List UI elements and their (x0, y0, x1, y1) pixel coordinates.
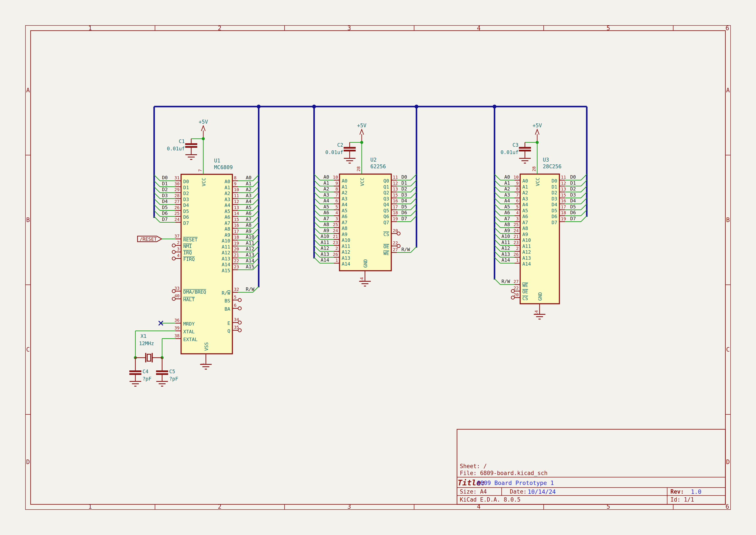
net-label: D4 (570, 198, 576, 204)
sheet-id: Id: 1/1 (670, 496, 694, 503)
pin-name: A6 (342, 214, 347, 219)
schematic-canvas[interactable]: 112233445566AABBCCDD Sheet: / File: 6809… (0, 0, 756, 535)
pin-number: 10 (513, 175, 519, 180)
capacitor-c1[interactable]: C10.01uf (167, 138, 203, 159)
power-arrow (535, 129, 539, 135)
pin-number: 5 (234, 295, 236, 300)
net-label: D7 (162, 216, 168, 222)
pin-name: HALT (183, 297, 195, 302)
frame-column-label: 6 (726, 503, 729, 510)
title-block-border (457, 429, 725, 504)
net-label: A7 (246, 216, 252, 222)
junction-dot (257, 105, 261, 108)
power-flag-5v[interactable]: +5V (199, 119, 208, 139)
pin-number: 5 (336, 204, 338, 210)
pin-name: A12 (222, 250, 230, 255)
pin-number: 18 (393, 210, 398, 215)
crystal-x1[interactable]: X112MHz (135, 333, 162, 362)
bus-entry (314, 216, 320, 222)
pin-name: DMA/BREQ (183, 289, 206, 295)
pin-number: 29 (175, 187, 179, 192)
net-label: A12 (321, 245, 329, 251)
pin-name: D5 (552, 208, 557, 213)
pin-number: 28 (531, 166, 537, 172)
pin-name: D1 (552, 184, 557, 190)
pin-number: 14 (234, 211, 239, 216)
pin-number: 7 (516, 192, 519, 198)
pin-number: 23 (234, 264, 239, 269)
net-label: D0 (162, 175, 168, 180)
power-flag-5v[interactable]: +5V (357, 123, 366, 142)
pin-number: 2 (336, 246, 338, 251)
bus-entry (154, 205, 160, 211)
pin-number: 25 (333, 222, 338, 227)
pin-number: 27 (393, 247, 398, 252)
pin-name: A11 (342, 243, 350, 249)
unconnected-pin-marker (238, 329, 241, 332)
pin-number: 24 (333, 228, 338, 233)
bus-entry (154, 211, 160, 216)
pin-name: MRDY (183, 321, 195, 326)
bus-entry (411, 204, 417, 210)
pin-name: CS (384, 232, 389, 237)
cap-reference: C4 (143, 369, 148, 374)
pin-name: CS (522, 296, 528, 301)
net-label: A12 (246, 246, 255, 252)
bus-entry (411, 198, 417, 204)
pin-name: A9 (225, 232, 230, 238)
bus-entry (495, 234, 500, 239)
net-label: A11 (501, 240, 510, 245)
frame-row-label: A (26, 87, 30, 94)
junction-dot (312, 105, 316, 108)
cap-reference: C2 (337, 142, 343, 148)
capacitor-c4[interactable]: C4?pF (129, 358, 151, 386)
pin-name: A7 (522, 220, 528, 225)
pin-number: 17 (561, 204, 566, 210)
global-label-reset[interactable]: /RESET (138, 236, 162, 242)
capacitor-c2[interactable]: C20.01uf (325, 142, 362, 163)
net-label: D0 (570, 174, 576, 180)
title-block: Sheet: / File: 6809-board.kicad_sch Titl… (457, 429, 725, 504)
power-flag-5v[interactable]: +5V (532, 123, 542, 142)
pin-name: A5 (342, 208, 347, 213)
pin-name: D3 (183, 197, 189, 202)
bus-entry (253, 193, 259, 199)
date-label: Date: (510, 489, 526, 495)
pin-name: Q2 (384, 190, 389, 195)
pin-number: 21 (513, 234, 519, 239)
bus-entry (411, 174, 417, 180)
pin-name: A14 (222, 262, 230, 267)
net-label: A15 (246, 264, 255, 269)
net-label: A3 (324, 192, 329, 198)
pin-number: 28 (175, 193, 179, 198)
capacitor-c5[interactable]: C5?pF (156, 358, 178, 386)
net-label: D0 (401, 174, 407, 180)
bus-entry (314, 240, 320, 245)
bus-entry (411, 210, 417, 216)
capacitor-c3[interactable]: C30.01uf (500, 142, 537, 163)
pin-name: A14 (522, 261, 531, 267)
bus-entry (495, 192, 500, 198)
unconnected-pin-marker (511, 296, 515, 299)
frame-column-label: 2 (218, 25, 222, 32)
rev-label: Rev: (670, 489, 684, 495)
pin-name: A8 (342, 226, 347, 231)
pin-name: D2 (552, 190, 557, 195)
net-label: D6 (570, 210, 576, 215)
size-label: Size: A4 (460, 489, 487, 495)
value: 28C256 (543, 163, 561, 170)
pin-number: 8 (234, 175, 236, 180)
pin-name: VCC (535, 178, 540, 186)
bus-entry (314, 252, 320, 257)
net-label: D4 (401, 198, 407, 204)
bus-entry (411, 216, 417, 222)
pin-name: A2 (522, 190, 528, 195)
bus-entry (253, 228, 259, 234)
bus-entry (154, 181, 160, 187)
cap-reference: C5 (169, 369, 175, 374)
bus-entry (253, 205, 259, 211)
crystal-body (147, 354, 151, 361)
pin-number: 3 (336, 216, 338, 221)
value: MC6809 (214, 164, 233, 170)
pin-name: Q3 (384, 196, 389, 202)
